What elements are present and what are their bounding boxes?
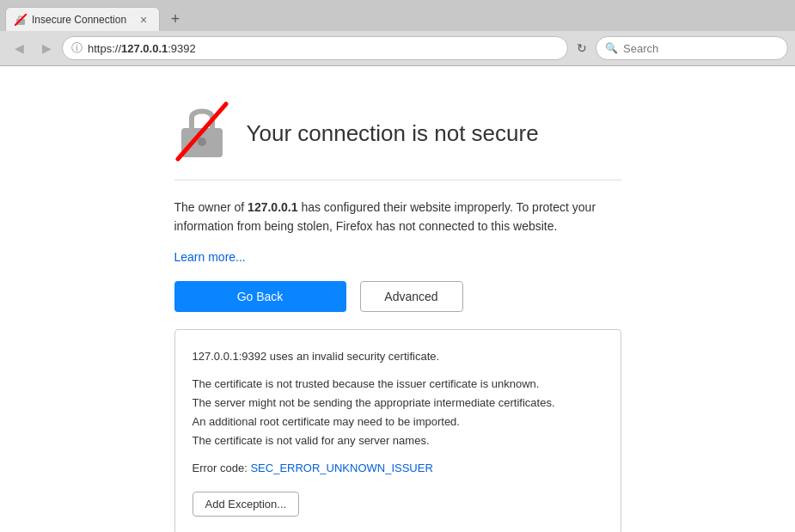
reload-button[interactable]: ↻ [572, 38, 592, 58]
nav-bar: ◀ ▶ ⓘ https://127.0.0.1:9392 ↻ 🔍 [0, 31, 795, 65]
search-input[interactable] [623, 42, 779, 55]
address-scheme: https:// [88, 42, 121, 55]
search-icon: 🔍 [605, 42, 618, 54]
back-button[interactable]: ◀ [7, 36, 31, 60]
error-code-row: Error code: SEC_ERROR_UNKNOWN_ISSUER [193, 459, 603, 478]
tab-favicon [15, 14, 27, 26]
tab-bar: Insecure Connection × + [0, 0, 795, 31]
tab-title: Insecure Connection [32, 14, 131, 26]
new-tab-button[interactable]: + [163, 7, 187, 31]
address-port: :9392 [168, 42, 196, 55]
address-host: 127.0.0.1 [121, 42, 168, 55]
reload-icon: ↻ [577, 41, 587, 55]
search-bar-container: 🔍 [596, 36, 788, 60]
advanced-line4: An additional root certificate may need … [193, 415, 460, 428]
error-code-link[interactable]: SEC_ERROR_UNKNOWN_ISSUER [250, 462, 432, 474]
advanced-panel: 127.0.0.1:9392 uses an invalid security … [174, 329, 621, 532]
advanced-line3: The server might not be sending the appr… [193, 396, 555, 409]
description-prefix: The owner of [174, 200, 248, 214]
advanced-line1: 127.0.0.1:9392 uses an invalid security … [193, 347, 603, 366]
lock-broken-icon [174, 101, 229, 162]
active-tab[interactable]: Insecure Connection × [5, 7, 160, 31]
advanced-line2: The certificate is not trusted because t… [193, 377, 540, 390]
page-content: Your connection is not secure The owner … [0, 66, 795, 532]
forward-icon: ▶ [42, 41, 52, 55]
advanced-line5: The certificate is not valid for any ser… [193, 434, 430, 447]
description-host: 127.0.0.1 [248, 200, 297, 214]
learn-more-link[interactable]: Learn more... [174, 250, 621, 264]
error-label: Error code: [193, 462, 251, 474]
forward-button[interactable]: ▶ [34, 36, 58, 60]
address-bar[interactable]: ⓘ https://127.0.0.1:9392 [62, 36, 568, 60]
error-header: Your connection is not secure [174, 101, 621, 180]
svg-point-4 [198, 138, 206, 146]
advanced-lines-cert: The certificate is not trusted because t… [193, 375, 603, 450]
address-text: https://127.0.0.1:9392 [88, 42, 559, 55]
tab-close-button[interactable]: × [137, 13, 150, 27]
error-container: Your connection is not secure The owner … [174, 101, 621, 532]
add-exception-button[interactable]: Add Exception... [193, 492, 300, 517]
back-icon: ◀ [15, 41, 24, 55]
advanced-button[interactable]: Advanced [360, 281, 463, 312]
info-icon: ⓘ [71, 40, 83, 56]
button-row: Go Back Advanced [174, 281, 621, 312]
go-back-button[interactable]: Go Back [174, 281, 346, 312]
error-title: Your connection is not secure [247, 120, 539, 147]
lock-icon-container [174, 101, 229, 166]
error-description: The owner of 127.0.0.1 has configured th… [174, 198, 621, 236]
browser-chrome: Insecure Connection × + ◀ ▶ ⓘ https://12… [0, 0, 795, 66]
